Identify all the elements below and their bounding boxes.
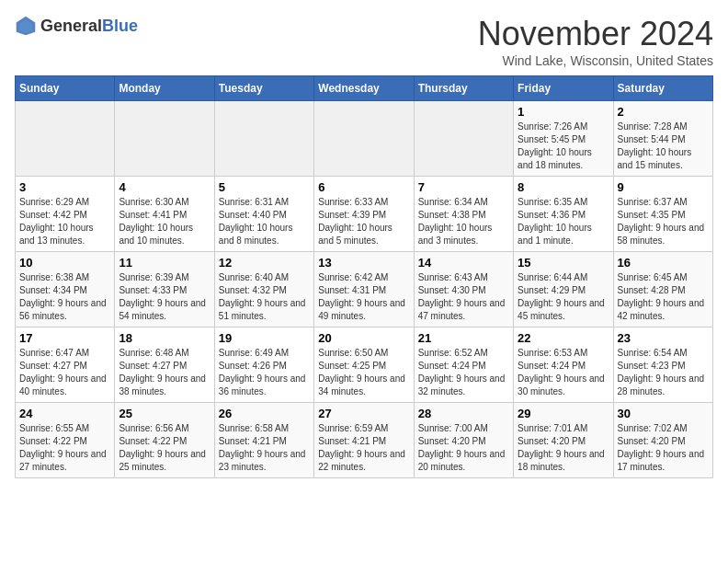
calendar-cell: 26Sunrise: 6:58 AM Sunset: 4:21 PM Dayli… bbox=[214, 403, 313, 478]
calendar-table: SundayMondayTuesdayWednesdayThursdayFrid… bbox=[15, 75, 713, 478]
day-number: 2 bbox=[618, 105, 709, 119]
header-day-wednesday: Wednesday bbox=[314, 76, 414, 101]
day-info: Sunrise: 6:58 AM Sunset: 4:21 PM Dayligh… bbox=[219, 422, 310, 474]
calendar-cell: 10Sunrise: 6:38 AM Sunset: 4:34 PM Dayli… bbox=[16, 252, 115, 327]
logo-general: General bbox=[40, 17, 102, 35]
day-number: 11 bbox=[119, 256, 210, 270]
day-number: 27 bbox=[318, 407, 409, 420]
header-row: SundayMondayTuesdayWednesdayThursdayFrid… bbox=[16, 76, 713, 101]
day-info: Sunrise: 6:42 AM Sunset: 4:31 PM Dayligh… bbox=[318, 271, 409, 323]
day-number: 24 bbox=[19, 407, 110, 420]
calendar-cell: 12Sunrise: 6:40 AM Sunset: 4:32 PM Dayli… bbox=[214, 252, 313, 327]
week-row-2: 3Sunrise: 6:29 AM Sunset: 4:42 PM Daylig… bbox=[16, 177, 713, 252]
day-number: 28 bbox=[418, 407, 509, 420]
month-title: November 2024 bbox=[478, 15, 713, 53]
day-number: 6 bbox=[318, 180, 409, 194]
day-number: 26 bbox=[219, 407, 310, 420]
calendar-cell: 29Sunrise: 7:01 AM Sunset: 4:20 PM Dayli… bbox=[514, 403, 613, 478]
calendar-body: 1Sunrise: 7:26 AM Sunset: 5:45 PM Daylig… bbox=[16, 101, 713, 478]
calendar-cell: 22Sunrise: 6:53 AM Sunset: 4:24 PM Dayli… bbox=[514, 327, 613, 403]
week-row-4: 17Sunrise: 6:47 AM Sunset: 4:27 PM Dayli… bbox=[16, 327, 713, 403]
day-number: 30 bbox=[618, 407, 709, 420]
calendar-cell bbox=[314, 101, 414, 177]
logo-blue: Blue bbox=[102, 17, 138, 35]
day-info: Sunrise: 6:29 AM Sunset: 4:42 PM Dayligh… bbox=[19, 196, 110, 247]
day-number: 21 bbox=[418, 331, 509, 345]
day-number: 5 bbox=[219, 180, 310, 194]
day-info: Sunrise: 7:26 AM Sunset: 5:45 PM Dayligh… bbox=[518, 121, 609, 172]
header-day-friday: Friday bbox=[514, 76, 613, 101]
day-number: 12 bbox=[219, 256, 310, 270]
calendar-header: SundayMondayTuesdayWednesdayThursdayFrid… bbox=[16, 76, 713, 101]
day-number: 14 bbox=[418, 256, 509, 270]
day-number: 19 bbox=[219, 331, 310, 345]
day-info: Sunrise: 6:38 AM Sunset: 4:34 PM Dayligh… bbox=[19, 271, 110, 323]
day-info: Sunrise: 6:49 AM Sunset: 4:26 PM Dayligh… bbox=[219, 347, 310, 398]
title-area: November 2024 Wind Lake, Wisconsin, Unit… bbox=[478, 15, 713, 68]
day-number: 22 bbox=[518, 331, 609, 345]
calendar-cell: 2Sunrise: 7:28 AM Sunset: 5:44 PM Daylig… bbox=[613, 101, 712, 177]
calendar-cell: 18Sunrise: 6:48 AM Sunset: 4:27 PM Dayli… bbox=[115, 327, 214, 403]
day-info: Sunrise: 6:31 AM Sunset: 4:40 PM Dayligh… bbox=[219, 196, 310, 247]
calendar-cell bbox=[214, 101, 313, 177]
calendar-cell bbox=[16, 101, 115, 177]
day-info: Sunrise: 6:48 AM Sunset: 4:27 PM Dayligh… bbox=[119, 347, 210, 398]
day-number: 4 bbox=[119, 180, 210, 194]
calendar-cell: 16Sunrise: 6:45 AM Sunset: 4:28 PM Dayli… bbox=[613, 252, 712, 327]
day-info: Sunrise: 6:45 AM Sunset: 4:28 PM Dayligh… bbox=[618, 271, 709, 323]
logo-icon bbox=[15, 15, 37, 37]
day-info: Sunrise: 6:59 AM Sunset: 4:21 PM Dayligh… bbox=[318, 422, 409, 474]
day-number: 17 bbox=[19, 331, 110, 345]
week-row-1: 1Sunrise: 7:26 AM Sunset: 5:45 PM Daylig… bbox=[16, 101, 713, 177]
day-number: 7 bbox=[418, 180, 509, 194]
day-number: 15 bbox=[518, 256, 609, 270]
header-day-sunday: Sunday bbox=[16, 76, 115, 101]
day-number: 10 bbox=[19, 256, 110, 270]
calendar-cell bbox=[115, 101, 214, 177]
calendar-cell: 24Sunrise: 6:55 AM Sunset: 4:22 PM Dayli… bbox=[16, 403, 115, 478]
calendar-cell: 28Sunrise: 7:00 AM Sunset: 4:20 PM Dayli… bbox=[414, 403, 513, 478]
week-row-3: 10Sunrise: 6:38 AM Sunset: 4:34 PM Dayli… bbox=[16, 252, 713, 327]
calendar-cell: 17Sunrise: 6:47 AM Sunset: 4:27 PM Dayli… bbox=[16, 327, 115, 403]
calendar-cell: 3Sunrise: 6:29 AM Sunset: 4:42 PM Daylig… bbox=[16, 177, 115, 252]
calendar-cell: 6Sunrise: 6:33 AM Sunset: 4:39 PM Daylig… bbox=[314, 177, 414, 252]
day-number: 29 bbox=[518, 407, 609, 420]
day-number: 20 bbox=[318, 331, 409, 345]
calendar-cell: 13Sunrise: 6:42 AM Sunset: 4:31 PM Dayli… bbox=[314, 252, 414, 327]
day-number: 1 bbox=[518, 105, 609, 119]
calendar-cell: 9Sunrise: 6:37 AM Sunset: 4:35 PM Daylig… bbox=[613, 177, 712, 252]
day-number: 23 bbox=[618, 331, 709, 345]
day-info: Sunrise: 6:56 AM Sunset: 4:22 PM Dayligh… bbox=[119, 422, 210, 474]
calendar-cell: 23Sunrise: 6:54 AM Sunset: 4:23 PM Dayli… bbox=[613, 327, 712, 403]
day-info: Sunrise: 7:01 AM Sunset: 4:20 PM Dayligh… bbox=[518, 422, 609, 474]
day-number: 13 bbox=[318, 256, 409, 270]
day-info: Sunrise: 6:35 AM Sunset: 4:36 PM Dayligh… bbox=[518, 196, 609, 247]
day-info: Sunrise: 6:33 AM Sunset: 4:39 PM Dayligh… bbox=[318, 196, 409, 247]
day-info: Sunrise: 6:43 AM Sunset: 4:30 PM Dayligh… bbox=[418, 271, 509, 323]
logo: GeneralBlue bbox=[15, 15, 138, 37]
day-number: 9 bbox=[618, 180, 709, 194]
day-number: 25 bbox=[119, 407, 210, 420]
calendar-cell: 8Sunrise: 6:35 AM Sunset: 4:36 PM Daylig… bbox=[514, 177, 613, 252]
day-info: Sunrise: 6:34 AM Sunset: 4:38 PM Dayligh… bbox=[418, 196, 509, 247]
day-info: Sunrise: 6:54 AM Sunset: 4:23 PM Dayligh… bbox=[618, 347, 709, 398]
day-info: Sunrise: 6:52 AM Sunset: 4:24 PM Dayligh… bbox=[418, 347, 509, 398]
calendar-cell: 7Sunrise: 6:34 AM Sunset: 4:38 PM Daylig… bbox=[414, 177, 513, 252]
calendar-cell: 30Sunrise: 7:02 AM Sunset: 4:20 PM Dayli… bbox=[613, 403, 712, 478]
calendar-cell: 11Sunrise: 6:39 AM Sunset: 4:33 PM Dayli… bbox=[115, 252, 214, 327]
day-info: Sunrise: 6:30 AM Sunset: 4:41 PM Dayligh… bbox=[119, 196, 210, 247]
day-info: Sunrise: 6:50 AM Sunset: 4:25 PM Dayligh… bbox=[318, 347, 409, 398]
header-day-thursday: Thursday bbox=[414, 76, 513, 101]
calendar-cell: 25Sunrise: 6:56 AM Sunset: 4:22 PM Dayli… bbox=[115, 403, 214, 478]
day-info: Sunrise: 6:37 AM Sunset: 4:35 PM Dayligh… bbox=[618, 196, 709, 247]
calendar-cell: 27Sunrise: 6:59 AM Sunset: 4:21 PM Dayli… bbox=[314, 403, 414, 478]
day-info: Sunrise: 7:28 AM Sunset: 5:44 PM Dayligh… bbox=[618, 121, 709, 172]
header-day-monday: Monday bbox=[115, 76, 214, 101]
day-info: Sunrise: 7:02 AM Sunset: 4:20 PM Dayligh… bbox=[618, 422, 709, 474]
day-info: Sunrise: 7:00 AM Sunset: 4:20 PM Dayligh… bbox=[418, 422, 509, 474]
day-info: Sunrise: 6:55 AM Sunset: 4:22 PM Dayligh… bbox=[19, 422, 110, 474]
calendar-cell bbox=[414, 101, 513, 177]
day-info: Sunrise: 6:44 AM Sunset: 4:29 PM Dayligh… bbox=[518, 271, 609, 323]
calendar-cell: 14Sunrise: 6:43 AM Sunset: 4:30 PM Dayli… bbox=[414, 252, 513, 327]
calendar-cell: 1Sunrise: 7:26 AM Sunset: 5:45 PM Daylig… bbox=[514, 101, 613, 177]
